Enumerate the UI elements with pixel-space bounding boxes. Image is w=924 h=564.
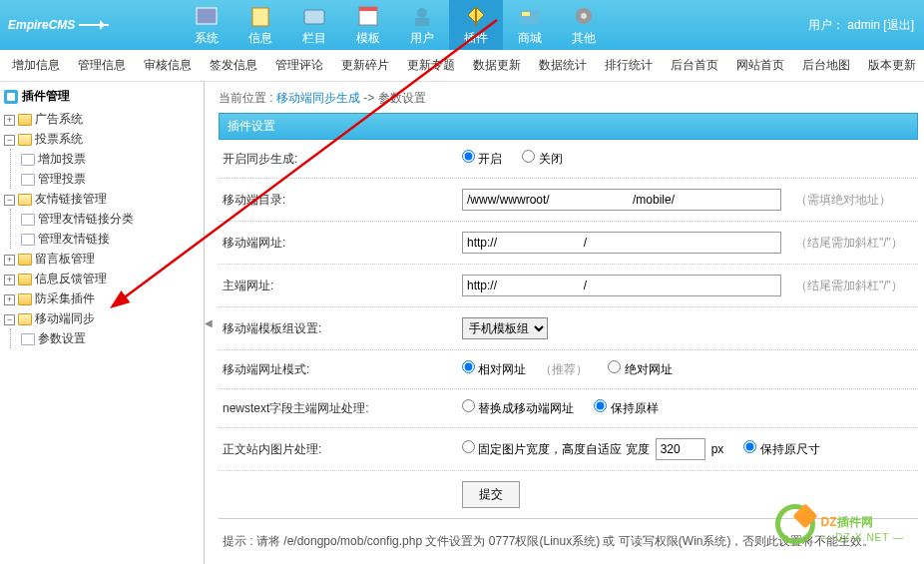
splitter-handle[interactable]: ◀ xyxy=(205,82,213,564)
subnav-更新碎片[interactable]: 更新碎片 xyxy=(341,57,389,74)
file-icon xyxy=(21,154,35,166)
folder-icon xyxy=(18,254,32,266)
subnav-管理信息[interactable]: 管理信息 xyxy=(78,57,126,74)
purl-label: 主端网址: xyxy=(223,278,462,294)
subnav-后台地图[interactable]: 后台地图 xyxy=(802,57,850,74)
tree-toggle[interactable]: + xyxy=(4,255,15,266)
sidebar-title: 插件管理 xyxy=(4,88,200,105)
watermark-icon xyxy=(775,504,815,544)
submit-button[interactable]: 提交 xyxy=(462,481,520,508)
file-icon xyxy=(21,333,35,345)
crumb-current: 参数设置 xyxy=(378,91,426,105)
img-keep[interactable]: 保持原尺寸 xyxy=(743,440,819,458)
subnav-网站首页[interactable]: 网站首页 xyxy=(736,57,784,74)
enable-label: 开启同步生成: xyxy=(223,151,462,168)
subnav-版本更新[interactable]: 版本更新 xyxy=(868,57,916,74)
sidebar: 插件管理 +广告系统−投票系统增加投票管理投票−友情链接管理管理友情链接分类管理… xyxy=(0,82,205,564)
topnav-模板[interactable]: 模板 xyxy=(341,0,395,50)
topnav-用户[interactable]: 用户 xyxy=(395,0,449,50)
folder-icon xyxy=(18,114,32,126)
tree-node-友情链接管理[interactable]: −友情链接管理管理友情链接分类管理友情链接 xyxy=(4,189,200,249)
tpl-label: 移动端模板组设置: xyxy=(223,320,462,337)
tree-node-留言板管理[interactable]: +留言板管理 xyxy=(4,249,200,269)
topnav-icon xyxy=(193,4,221,28)
purl-input[interactable] xyxy=(462,275,781,296)
mode-label: 移动端网址模式: xyxy=(223,361,462,378)
user-name-link[interactable]: admin xyxy=(847,18,880,32)
enable-on[interactable]: 开启 xyxy=(462,150,502,168)
tree-node-防采集插件[interactable]: +防采集插件 xyxy=(4,288,200,308)
news-replace[interactable]: 替换成移动端网址 xyxy=(462,399,574,417)
topnav-icon xyxy=(246,4,274,28)
svg-rect-2 xyxy=(304,10,324,24)
tree-toggle[interactable]: + xyxy=(4,275,15,285)
topnav-其他[interactable]: 其他 xyxy=(557,0,611,50)
folder-icon xyxy=(18,313,32,325)
tree-node-管理投票[interactable]: 管理投票 xyxy=(21,169,200,189)
main-panel: 当前位置 : 移动端同步生成 -> 参数设置 插件设置 开启同步生成: 开启 关… xyxy=(213,82,924,564)
topnav-icon xyxy=(516,4,544,28)
mode-abs[interactable]: 绝对网址 xyxy=(608,360,672,378)
tpl-select[interactable]: 手机模板组 xyxy=(462,317,548,339)
tree-node-投票系统[interactable]: −投票系统增加投票管理投票 xyxy=(4,129,200,189)
subnav-后台首页[interactable]: 后台首页 xyxy=(671,57,718,74)
tree-node-管理友情链接[interactable]: 管理友情链接 xyxy=(21,229,200,249)
tree-node-信息反馈管理[interactable]: +信息反馈管理 xyxy=(4,269,200,288)
tree-node-参数设置[interactable]: 参数设置 xyxy=(21,328,200,348)
subnav-管理评论[interactable]: 管理评论 xyxy=(275,57,323,74)
svg-rect-0 xyxy=(197,8,217,24)
crumb-link[interactable]: 移动端同步生成 xyxy=(276,91,360,105)
folder-icon xyxy=(18,274,32,285)
tree-toggle[interactable]: − xyxy=(4,314,15,325)
murl-input[interactable] xyxy=(462,232,781,254)
folder-icon xyxy=(18,293,32,305)
news-keep[interactable]: 保持原样 xyxy=(594,399,658,417)
topnav-栏目[interactable]: 栏目 xyxy=(287,0,341,50)
top-bar: EmpireCMS 系统信息栏目模板用户插件商城其他 用户： admin [退出… xyxy=(0,0,924,50)
tree-node-移动端同步[interactable]: −移动端同步参数设置 xyxy=(4,308,200,348)
folder-icon xyxy=(18,194,32,206)
subnav-排行统计[interactable]: 排行统计 xyxy=(605,57,653,74)
svg-rect-9 xyxy=(522,12,530,16)
tree-toggle[interactable]: − xyxy=(4,135,15,146)
topnav-信息[interactable]: 信息 xyxy=(233,0,287,50)
img-width-input[interactable] xyxy=(656,438,705,460)
svg-rect-6 xyxy=(415,18,429,26)
svg-point-11 xyxy=(581,13,587,19)
enable-off[interactable]: 关闭 xyxy=(522,150,562,168)
subnav-数据更新[interactable]: 数据更新 xyxy=(473,57,521,74)
subnav-签发信息[interactable]: 签发信息 xyxy=(210,57,257,74)
tree-node-广告系统[interactable]: +广告系统 xyxy=(4,109,200,129)
topnav-icon xyxy=(462,4,490,28)
topnav-商城[interactable]: 商城 xyxy=(503,0,557,50)
tree-toggle[interactable]: + xyxy=(4,115,15,126)
topnav-系统[interactable]: 系统 xyxy=(180,0,233,50)
murl-tip: （结尾需加斜杠"/"） xyxy=(795,235,903,252)
file-icon xyxy=(21,174,35,186)
subnav-数据统计[interactable]: 数据统计 xyxy=(539,57,587,74)
user-label: 用户： xyxy=(808,18,844,32)
logout-link[interactable]: [退出] xyxy=(883,18,914,32)
tree-node-增加投票[interactable]: 增加投票 xyxy=(21,149,200,169)
folder-icon xyxy=(18,134,32,146)
murl-label: 移动端网址: xyxy=(223,235,462,252)
breadcrumb: 当前位置 : 移动端同步生成 -> 参数设置 xyxy=(219,90,918,107)
file-icon xyxy=(21,214,35,226)
mdir-tip: （需填绝对地址） xyxy=(795,192,891,209)
tree-toggle[interactable]: + xyxy=(4,294,15,305)
subnav-增加信息[interactable]: 增加信息 xyxy=(12,57,60,74)
svg-point-5 xyxy=(417,8,427,18)
topnav-插件[interactable]: 插件 xyxy=(449,0,503,50)
tree-toggle[interactable]: − xyxy=(4,195,15,206)
mode-rel[interactable]: 相对网址 xyxy=(462,360,526,378)
subnav-审核信息[interactable]: 审核信息 xyxy=(144,57,192,74)
mdir-input[interactable] xyxy=(462,189,781,211)
topnav-icon xyxy=(570,4,598,28)
img-fix[interactable]: 固定图片宽度，高度自适应 宽度 xyxy=(462,440,650,458)
tree-node-管理友情链接分类[interactable]: 管理友情链接分类 xyxy=(21,209,200,229)
brand-logo: EmpireCMS xyxy=(0,18,180,32)
top-nav: 系统信息栏目模板用户插件商城其他 xyxy=(180,0,808,50)
subnav-更新专题[interactable]: 更新专题 xyxy=(407,57,455,74)
news-label: newstext字段主端网址处理: xyxy=(223,400,462,417)
topnav-icon xyxy=(408,4,436,28)
